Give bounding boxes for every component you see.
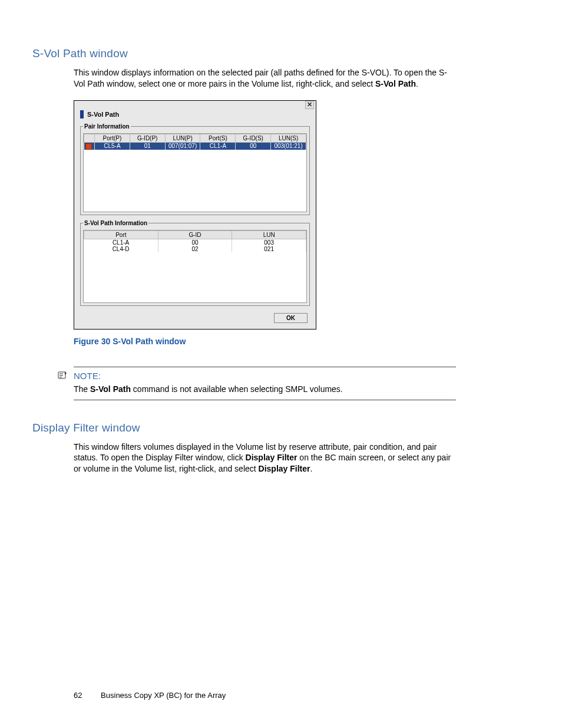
pair-th-portp[interactable]: Port(P) [95,134,130,142]
pair-th-gidp[interactable]: G-ID(P) [130,134,165,142]
pair-table-empty-area [84,150,306,212]
svol-cell: 021 [232,246,306,252]
note-body: The S-Vol Path command is not available … [74,384,456,395]
ok-button[interactable]: OK [274,313,308,323]
svol-info-table: Port G-ID LUN CL1-A 00 003 CL4-D [84,230,306,252]
pair-th-ports[interactable]: Port(S) [200,134,236,142]
pair-cell: 007(01:07) [165,142,200,149]
page-footer: 62 Business Copy XP (BC) for the Array [74,691,226,700]
section2-text3: . [310,464,313,473]
pair-row-selected[interactable]: CL5-A 01 007(01:07) CL1-A 00 003(01:21) [84,142,306,149]
title-stripe-icon [80,110,84,118]
svol-cell: 003 [232,239,306,246]
pair-info-legend: Pair Information [83,123,131,130]
pair-info-table: Port(P) G-ID(P) LUN(P) Port(S) G-ID(S) L… [84,134,306,150]
note-text2: command is not available when selecting … [131,384,343,394]
svol-th-lun[interactable]: LUN [232,230,306,239]
figure-30-container: ✕ S-Vol Path Pair Information [74,100,456,330]
pair-th-gids[interactable]: G-ID(S) [236,134,271,142]
svol-cell: 02 [158,246,232,252]
pair-th-luns[interactable]: LUN(S) [271,134,306,142]
doc-title-footer: Business Copy XP (BC) for the Array [101,691,226,700]
svol-th-port[interactable]: Port [84,230,158,239]
note-label: NOTE: [74,371,101,381]
svol-path-dialog: ✕ S-Vol Path Pair Information [74,100,316,330]
section2-bold2: Display Filter [259,464,310,473]
note-rule-bottom [74,400,456,400]
svol-path-info-group: S-Vol Path Information Port G-ID LUN CL1… [80,220,310,306]
pair-cell: CL5-A [95,142,130,149]
pair-th-lunp[interactable]: LUN(P) [165,134,200,142]
volume-icon [85,143,92,150]
note-icon [57,371,68,381]
svol-cell: CL4-D [84,246,158,252]
section1-para-text2: . [416,79,418,88]
section1-para-bold: S-Vol Path [375,79,416,88]
pair-cell: 003(01:21) [271,142,306,149]
pair-information-group: Pair Information Port(P) G-ID(P) LUN(P) [80,123,310,215]
pair-th-icon[interactable] [84,134,95,142]
svol-table-empty-area [84,252,306,302]
section2-para: This window filters volumes displayed in… [74,442,456,475]
svol-cell: CL1-A [84,239,158,246]
pair-cell: 00 [236,142,271,149]
pair-cell: CL1-A [200,142,236,149]
note-rule-top [74,367,456,367]
note-text1: The [74,384,90,394]
note-block: NOTE: The S-Vol Path command is not avai… [74,367,456,400]
dialog-title: S-Vol Path [87,111,119,118]
svol-row[interactable]: CL4-D 02 021 [84,246,306,252]
figure-caption: Figure 30 S-Vol Path window [74,337,456,346]
section2-bold1: Display Filter [246,453,297,462]
svol-info-legend: S-Vol Path Information [83,220,148,226]
close-icon[interactable]: ✕ [305,101,314,109]
svol-row[interactable]: CL1-A 00 003 [84,239,306,246]
section-heading-display-filter: Display Filter window [32,421,456,434]
svol-cell: 00 [158,239,232,246]
svol-th-gid[interactable]: G-ID [158,230,232,239]
section-heading-svol: S-Vol Path window [32,47,456,60]
page-number: 62 [74,691,82,700]
note-bold: S-Vol Path [90,384,131,394]
section1-para: This window displays information on the … [74,67,456,90]
pair-cell: 01 [130,142,165,149]
